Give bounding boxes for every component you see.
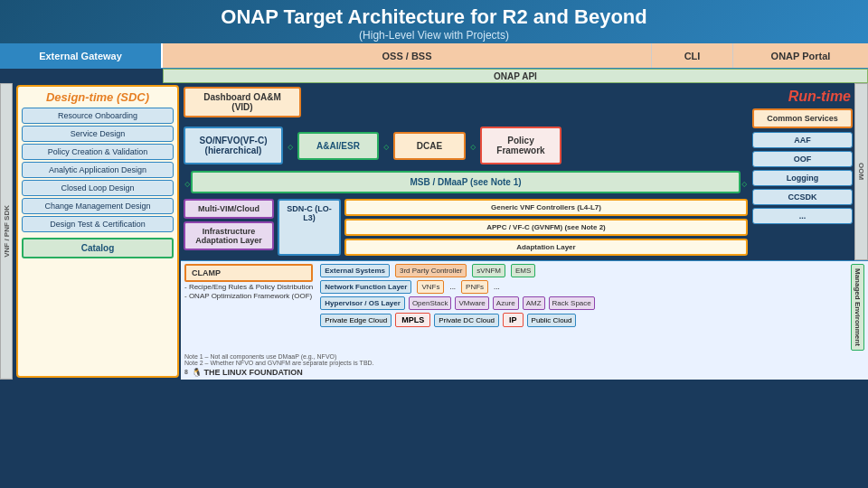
nfl-label: Network Function Layer [320, 280, 411, 294]
vnf-sdk-label: VNF / PNF SDK [0, 83, 13, 380]
title-area: ONAP Target Architecture for R2 and Beyo… [0, 0, 868, 43]
infra-box: Infrastructure Adaptation Layer [184, 221, 274, 250]
top-center-right: Dashboard OA&M (VID) SO/NFVO(VF-C) (hier… [181, 83, 868, 260]
arrow-2: ⬦ [382, 138, 390, 153]
oss-bss-header: OSS / BSS [163, 43, 651, 68]
run-time-label: Run-time [752, 85, 853, 108]
linux-foundation-logo: 🐧 THE LINUX FOUNDATION [192, 368, 303, 377]
sdc-catalog: Catalog [22, 238, 174, 258]
arrow-3: ⬦ [469, 138, 476, 153]
center-area: Dashboard OA&M (VID) SO/NFVO(VF-C) (hier… [181, 83, 750, 260]
clamp-note2: - ONAP Optimization Framework (OOF) [184, 292, 313, 300]
aai-box: A&AI/ESR [297, 132, 379, 160]
ip-tag: IP [503, 313, 524, 327]
dots-item: ... [752, 208, 853, 224]
oom-label: OOM [854, 83, 868, 260]
policy-box: Policy Framework [480, 127, 561, 164]
openstack-tag: OpenStack [409, 296, 452, 310]
sdc-item-resource: Resource Onboarding [22, 108, 174, 124]
page-number: 8 [184, 369, 188, 375]
hypervisor-row: Hypervisor / OS Layer OpenStack VMware A… [320, 296, 844, 310]
right-services: Run-time Common Services AAF OOF Logging… [750, 83, 854, 260]
arrow-1: ⬦ [287, 138, 294, 153]
mpls-tag: MPLS [395, 313, 430, 327]
public-cloud-tag: Public Cloud [527, 314, 577, 327]
right-with-oom: Run-time Common Services AAF OOF Logging… [750, 83, 868, 260]
dots-nfl2: ... [494, 283, 500, 291]
dashboard-box: Dashboard OA&M (VID) [184, 87, 301, 117]
sdc-item-change-mgmt: Change Management Design [22, 198, 174, 214]
clamp-tag: CLAMP [184, 264, 313, 282]
third-party-tag: 3rd Party Controller [395, 264, 467, 277]
dots-nfl: ... [449, 283, 456, 291]
adapt-box: Adaptation Layer [344, 239, 748, 256]
svnfm-tag: sVNFM [472, 264, 505, 277]
appc-box: APPC / VF-C (GVNFM) (see Note 2) [344, 219, 748, 236]
logging-item: Logging [752, 170, 853, 186]
onap-api-bar: ONAP API [163, 69, 868, 83]
oof-item: OOF [752, 151, 853, 167]
vnfs-tag: VNFs [417, 280, 444, 294]
sdc-item-policy: Policy Creation & Validation [22, 144, 174, 160]
common-services-box: Common Services [752, 108, 853, 128]
amz-tag: AMZ [523, 296, 545, 310]
note1: Note 1 – Not all components use DMaaP (e… [184, 353, 864, 360]
bottom-row: Multi-VIM/Cloud Infrastructure Adaptatio… [184, 199, 748, 256]
nfl-row: Network Function Layer VNFs ... PNFs ... [320, 280, 844, 294]
pnfs-tag: PNFs [461, 280, 488, 294]
sdc-title: Design-time (SDC) [22, 90, 174, 104]
gnf-box: Generic VNF Controllers (L4-L7) [344, 199, 748, 216]
arrow-msb-left: ⬦ [184, 175, 191, 190]
vmware-tag: VMware [455, 296, 488, 310]
aaf-item: AAF [752, 132, 853, 148]
center-right: Dashboard OA&M (VID) SO/NFVO(VF-C) (hier… [181, 83, 868, 380]
arrow-msb-right: ⬦ [741, 175, 748, 190]
rackspace-tag: Rack Space [549, 296, 595, 310]
sub-title: (High-Level View with Projects) [0, 29, 868, 42]
cli-header: CLI [651, 43, 732, 68]
sdc-item-service: Service Design [22, 126, 174, 142]
msb-bar: MSB / DMaaP (see Note 1) [191, 171, 741, 193]
private-dc-tag: Private DC Cloud [434, 314, 499, 327]
multi-vim-box: Multi-VIM/Cloud [184, 199, 274, 219]
ext-systems-label: External Systems [320, 264, 390, 277]
managed-env-label: Managed Environment [851, 264, 864, 351]
sdc-item-analytic: Analytic Application Design [22, 162, 174, 178]
notes-area: Note 1 – Not all components use DMaaP (e… [184, 353, 864, 377]
ext-systems-row: External Systems 3rd Party Controller sV… [320, 264, 844, 277]
ems-tag: EMS [511, 264, 535, 277]
external-gateway-header: External Gateway [0, 43, 163, 68]
main-title: ONAP Target Architecture for R2 and Beyo… [0, 5, 868, 29]
ccsdk-item: CCSDK [752, 189, 853, 205]
main-boxes-row: SO/NFVO(VF-C) (hierarchical) ⬦ A&AI/ESR … [184, 127, 748, 164]
main-content: VNF / PNF SDK Design-time (SDC) Resource… [0, 83, 868, 380]
sdc-item-design-test: Design Test & Certification [22, 216, 174, 232]
dcae-box: DCAE [393, 132, 466, 160]
header-row: External Gateway OSS / BSS CLI ONAP Port… [0, 43, 868, 69]
azure-tag: Azure [493, 296, 519, 310]
hypervisor-label: Hypervisor / OS Layer [320, 296, 405, 310]
sdc-item-closed-loop: Closed Loop Design [22, 180, 174, 196]
left-section: VNF / PNF SDK Design-time (SDC) Resource… [0, 83, 181, 380]
note2: Note 2 – Whether NFVO and GVNFM are sepa… [184, 360, 864, 366]
bottom-section: CLAMP - Recipe/Eng Rules & Policy Distri… [181, 260, 868, 380]
onap-portal-header: ONAP Portal [732, 43, 868, 68]
sdn-box: SDN-C (LO-L3) [278, 199, 341, 256]
main-container: ONAP Target Architecture for R2 and Beyo… [0, 0, 868, 488]
private-edge-tag: Private Edge Cloud [320, 314, 392, 327]
so-box: SO/NFVO(VF-C) (hierarchical) [184, 127, 283, 164]
sdc-panel: Design-time (SDC) Resource Onboarding Se… [16, 85, 179, 378]
clamp-note1: - Recipe/Eng Rules & Policy Distribution [184, 283, 313, 291]
